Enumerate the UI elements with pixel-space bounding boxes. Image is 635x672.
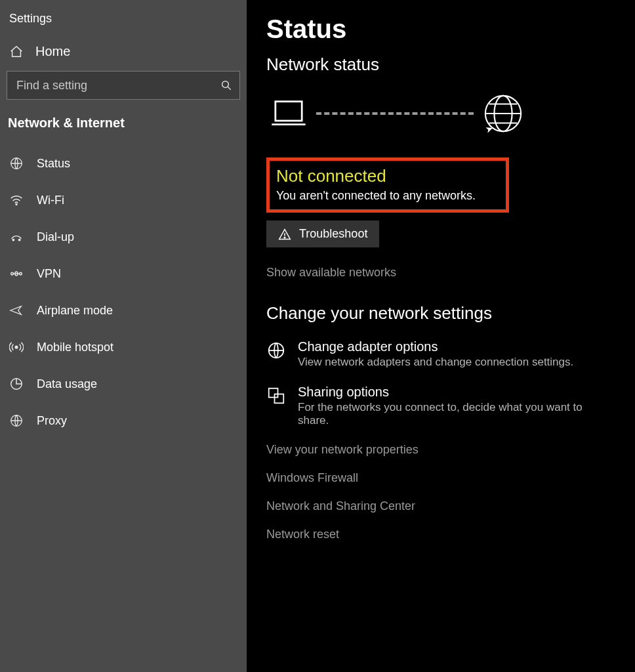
- svg-point-0: [222, 81, 229, 88]
- section-network-status: Network status: [266, 54, 615, 75]
- troubleshoot-button[interactable]: Troubleshoot: [266, 220, 379, 247]
- sidebar-item-label: Status: [37, 157, 70, 171]
- hotspot-icon: [9, 340, 24, 354]
- alert-title: Not connected: [276, 166, 497, 186]
- svg-rect-12: [276, 102, 302, 121]
- setting-desc: View network adapters and change connect…: [298, 356, 573, 369]
- connection-status-alert: Not connected You aren't connected to an…: [266, 158, 509, 213]
- connection-line: [316, 112, 474, 115]
- network-diagram: ➤: [270, 93, 615, 134]
- svg-point-7: [20, 272, 22, 275]
- settings-sidebar: Settings Home Network & Internet Status: [0, 0, 247, 672]
- show-available-networks-link[interactable]: Show available networks: [266, 266, 615, 280]
- sidebar-item-dialup[interactable]: Dial-up: [7, 219, 240, 255]
- sidebar-nav: Status Wi-Fi Dial-up: [7, 145, 240, 439]
- setting-label: Sharing options: [298, 385, 606, 400]
- sharing-options[interactable]: Sharing options For the networks you con…: [266, 385, 615, 427]
- network-sharing-center-link[interactable]: Network and Sharing Center: [266, 499, 615, 513]
- sidebar-item-label: Data usage: [37, 377, 97, 391]
- search-field-wrap: [7, 71, 240, 100]
- svg-rect-20: [269, 388, 278, 398]
- troubleshoot-label: Troubleshoot: [299, 227, 367, 241]
- data-usage-icon: [9, 377, 24, 391]
- sidebar-item-label: Airplane mode: [37, 304, 113, 318]
- network-reset-link[interactable]: Network reset: [266, 528, 615, 541]
- app-title: Settings: [7, 8, 240, 37]
- svg-point-5: [18, 239, 20, 240]
- vpn-icon: [9, 266, 24, 281]
- alert-subtitle: You aren't connected to any networks.: [276, 189, 497, 203]
- sidebar-item-status[interactable]: Status: [7, 145, 240, 182]
- sidebar-item-label: Mobile hotspot: [37, 341, 113, 354]
- sidebar-item-label: Proxy: [37, 414, 67, 428]
- laptop-icon: [270, 99, 307, 128]
- setting-desc: For the networks you connect to, decide …: [298, 401, 606, 427]
- view-network-properties-link[interactable]: View your network properties: [266, 443, 615, 457]
- svg-point-6: [11, 272, 14, 275]
- sidebar-item-airplane[interactable]: Airplane mode: [7, 292, 240, 329]
- globe-icon: [9, 156, 24, 171]
- section-change-settings: Change your network settings: [266, 303, 615, 324]
- sidebar-item-label: Wi-Fi: [37, 194, 64, 207]
- sidebar-item-proxy[interactable]: Proxy: [7, 402, 240, 439]
- svg-point-9: [15, 346, 18, 348]
- search-input[interactable]: [7, 71, 240, 100]
- setting-label: Change adapter options: [298, 339, 573, 354]
- sidebar-item-label: VPN: [37, 267, 61, 281]
- svg-point-3: [16, 204, 17, 205]
- sidebar-category: Network & Internet: [7, 116, 240, 145]
- sidebar-home[interactable]: Home: [7, 37, 240, 71]
- warning-icon: [278, 228, 291, 241]
- sidebar-item-data-usage[interactable]: Data usage: [7, 366, 240, 402]
- airplane-icon: [9, 303, 24, 318]
- page-title: Status: [266, 14, 615, 44]
- wifi-icon: [9, 193, 24, 207]
- change-adapter-options[interactable]: Change adapter options View network adap…: [266, 339, 615, 369]
- sharing-options-icon: [266, 386, 286, 406]
- svg-rect-21: [275, 394, 284, 404]
- sidebar-item-wifi[interactable]: Wi-Fi: [7, 182, 240, 219]
- svg-point-4: [12, 239, 14, 240]
- sidebar-item-vpn[interactable]: VPN: [7, 255, 240, 292]
- home-icon: [9, 45, 24, 59]
- adapter-options-icon: [266, 341, 286, 360]
- dialup-icon: [9, 230, 24, 244]
- svg-point-18: [284, 237, 285, 238]
- search-icon: [220, 79, 232, 91]
- windows-firewall-link[interactable]: Windows Firewall: [266, 471, 615, 485]
- sidebar-home-label: Home: [35, 44, 70, 59]
- proxy-icon: [9, 413, 24, 428]
- main-content: Status Network status ➤ Not connected Yo…: [247, 0, 635, 672]
- svg-line-1: [228, 87, 231, 90]
- sidebar-item-label: Dial-up: [37, 230, 74, 244]
- sidebar-item-hotspot[interactable]: Mobile hotspot: [7, 329, 240, 366]
